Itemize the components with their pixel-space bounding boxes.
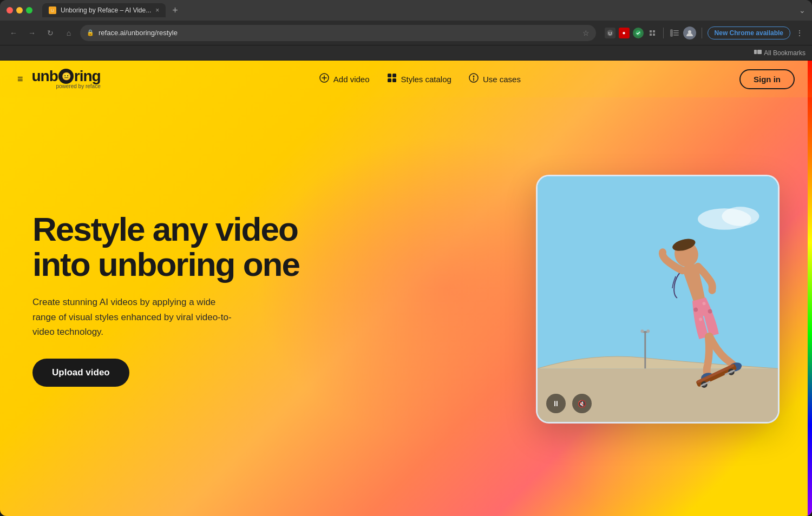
styles-catalog-icon [387,73,397,85]
extension-divider [663,28,664,38]
upload-video-button[interactable]: Upload video [32,359,129,387]
new-tab-button[interactable]: + [169,5,181,16]
traffic-lights [6,7,32,14]
home-button[interactable]: ⌂ [62,26,76,40]
svg-rect-5 [650,34,652,36]
styles-catalog-nav-item[interactable]: Styles catalog [387,73,451,85]
tab-end-controls[interactable]: ⌄ [799,6,806,15]
svg-rect-4 [653,30,655,32]
svg-rect-3 [650,30,652,32]
active-tab[interactable]: U Unboring by Reface – AI Vide... × [42,3,166,17]
svg-rect-8 [673,30,679,31]
forward-button[interactable]: → [25,26,39,40]
title-bar: U Unboring by Reface – AI Vide... × + ⌄ [0,0,812,21]
svg-rect-18 [392,78,396,82]
extension-icon-2[interactable]: ● [619,28,630,38]
mute-button[interactable]: 🔇 [572,394,592,413]
maximize-traffic-light[interactable] [26,7,32,14]
use-cases-label: Use cases [483,75,521,84]
hero-headline-line1: Restyle any video [32,210,298,248]
minimize-traffic-light[interactable] [16,7,23,14]
mute-icon: 🔇 [578,400,586,408]
pause-button[interactable]: ⏸ [546,394,566,413]
logo-o-letter: 😐 [58,69,74,84]
svg-rect-9 [673,32,679,34]
menu-hamburger-button[interactable]: ≡ [17,74,23,85]
nav-bar: ← → ↻ ⌂ 🔒 reface.ai/unboring/restyle ☆ U… [0,21,812,45]
svg-rect-6 [653,34,655,36]
hero-headline: Restyle any video into unboring one [32,211,299,282]
add-video-label: Add video [333,75,370,84]
address-bar[interactable]: 🔒 reface.ai/unboring/restyle ☆ [80,25,596,41]
signin-button[interactable]: Sign in [739,69,795,89]
hero-content: Restyle any video into unboring one Crea… [0,61,812,516]
svg-text:U: U [608,31,612,36]
url-display: reface.ai/unboring/restyle [99,29,578,37]
profile-divider [702,28,702,38]
svg-rect-15 [388,74,391,77]
new-chrome-button[interactable]: New Chrome available [708,27,790,39]
use-cases-nav-item[interactable]: Use cases [469,73,521,85]
sidebar-toggle[interactable] [669,28,680,38]
svg-rect-12 [754,50,757,54]
bookmarks-label: All Bookmarks [764,49,806,57]
use-cases-icon [469,73,479,85]
svg-rect-17 [388,78,391,82]
svg-rect-10 [673,35,679,36]
svg-rect-16 [392,74,396,77]
video-card: ⏸ 🔇 [536,175,780,424]
site-navigation: ≡ unb 😐 ring powered by reface [0,61,812,97]
nav-center-links: Add video Styles catalog [101,73,739,85]
tab-favicon: U [49,6,56,14]
close-traffic-light[interactable] [6,7,13,14]
lock-icon: 🔒 [87,29,94,36]
svg-point-20 [473,76,474,77]
hero-text-block: Restyle any video into unboring one Crea… [32,211,299,387]
skateboarder-illustration [538,175,778,424]
tab-bar: U Unboring by Reface – AI Vide... × + [42,3,795,17]
add-video-icon [319,73,329,85]
extension-icon-3[interactable] [633,28,644,38]
extension-icon-1[interactable]: U [605,28,615,38]
website-content: ≡ unb 😐 ring powered by reface [0,61,812,516]
nav-right-area: Sign in [739,69,795,89]
site-logo[interactable]: unb 😐 ring powered by reface [32,69,101,89]
svg-rect-13 [757,50,762,54]
all-bookmarks[interactable]: All Bookmarks [754,49,806,57]
svg-rect-7 [670,29,673,37]
svg-point-23 [722,207,759,226]
hero-subtext: Create stunning AI videos by applying a … [32,295,238,339]
hero-section: ≡ unb 😐 ring powered by reface [0,61,812,516]
svg-point-27 [640,329,644,333]
logo-text-1: unb [32,69,58,84]
tab-close-button[interactable]: × [155,6,159,14]
nav-more-button[interactable]: ⋮ [794,29,806,37]
logo-text-2: ring [74,69,101,84]
hero-video-area: ⏸ 🔇 [536,175,780,424]
bookmarks-bar: All Bookmarks [0,45,812,61]
bookmark-star-icon[interactable]: ☆ [582,29,590,37]
hero-headline-line2: into unboring one [32,246,299,283]
add-video-nav-item[interactable]: Add video [319,73,370,85]
svg-point-28 [646,329,650,333]
extension-icon-4[interactable] [647,28,658,38]
back-button[interactable]: ← [6,26,21,40]
video-controls: ⏸ 🔇 [546,394,592,413]
profile-avatar[interactable] [683,27,696,39]
styles-catalog-label: Styles catalog [401,75,451,84]
browser-window: U Unboring by Reface – AI Vide... × + ⌄ … [0,0,812,516]
video-content [538,176,778,422]
reload-button[interactable]: ↻ [43,26,57,40]
pause-icon: ⏸ [552,399,560,408]
tab-title: Unboring by Reface – AI Vide... [61,6,151,14]
logo-powered-text: powered by reface [56,84,100,89]
extensions-area: U ● New Chrome available ⋮ [605,27,806,39]
svg-rect-25 [644,331,646,368]
